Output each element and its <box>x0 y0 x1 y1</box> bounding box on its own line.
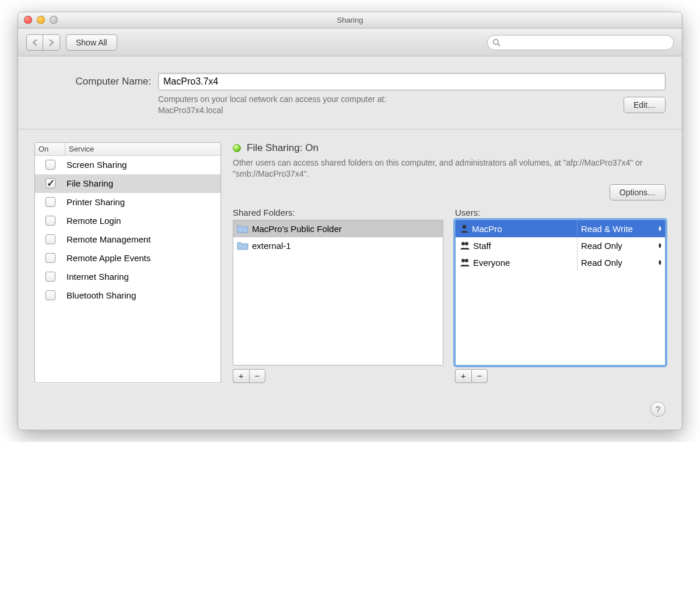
user-row[interactable]: StaffRead Only▴▾ <box>456 237 665 254</box>
options-button[interactable]: Options… <box>610 184 666 201</box>
service-checkbox[interactable] <box>46 272 55 282</box>
folder-icon <box>237 224 249 233</box>
user-row[interactable]: EveryoneRead Only▴▾ <box>456 254 665 271</box>
status-indicator-icon <box>233 144 241 152</box>
permission-value: Read & Write <box>581 224 633 234</box>
back-button[interactable] <box>27 35 43 50</box>
folder-icon <box>237 241 249 250</box>
search-input[interactable] <box>503 38 668 47</box>
service-name: Bluetooth Sharing <box>65 290 220 300</box>
stepper-icon: ▴▾ <box>659 243 662 248</box>
svg-point-3 <box>461 242 465 245</box>
users-label: Users: <box>455 208 666 217</box>
permission-value: Read Only <box>581 241 622 251</box>
toolbar: Show All <box>18 29 682 57</box>
sharing-window: Sharing Show All Computer Name: Computer… <box>18 12 682 430</box>
services-header: On Service <box>35 143 220 156</box>
service-checkbox[interactable] <box>46 197 55 207</box>
user-name: MacPro <box>472 224 502 234</box>
service-checkbox[interactable] <box>46 160 55 170</box>
permission-stepper[interactable]: Read & Write▴▾ <box>578 220 665 237</box>
service-row[interactable]: Remote Login <box>35 212 220 230</box>
status-description: Other users can access shared folders on… <box>233 157 666 180</box>
service-checkbox[interactable] <box>46 290 55 300</box>
show-all-button[interactable]: Show All <box>66 34 117 51</box>
service-row[interactable]: Internet Sharing <box>35 268 220 286</box>
service-row[interactable]: Remote Apple Events <box>35 249 220 268</box>
service-checkbox[interactable] <box>46 178 55 188</box>
folder-name: external-1 <box>252 241 291 251</box>
user-icon <box>459 223 470 234</box>
add-user-button[interactable]: + <box>455 369 471 383</box>
zoom-button[interactable] <box>50 16 58 24</box>
detail-pane: File Sharing: On Other users can access … <box>233 142 666 383</box>
help-button[interactable]: ? <box>650 402 666 417</box>
service-name: Printer Sharing <box>65 197 220 207</box>
permission-stepper[interactable]: Read Only▴▾ <box>578 254 665 271</box>
computer-name-label: Computer Name: <box>34 76 151 87</box>
computer-name-section: Computer Name: Computers on your local n… <box>18 57 682 129</box>
user-row[interactable]: MacProRead & Write▴▾ <box>456 220 665 237</box>
forward-button[interactable] <box>43 35 60 50</box>
stepper-icon: ▴▾ <box>659 259 662 265</box>
remove-user-button[interactable]: − <box>471 369 488 383</box>
window-title: Sharing <box>337 16 363 24</box>
service-checkbox[interactable] <box>46 234 55 244</box>
service-row[interactable]: Printer Sharing <box>35 193 220 212</box>
stepper-icon: ▴▾ <box>659 226 662 231</box>
search-field[interactable] <box>487 35 674 50</box>
close-button[interactable] <box>24 16 32 24</box>
minimize-button[interactable] <box>37 16 45 24</box>
svg-line-1 <box>498 44 500 46</box>
service-checkbox[interactable] <box>46 216 55 226</box>
user-name: Everyone <box>473 258 510 268</box>
search-icon <box>492 38 501 47</box>
permission-stepper[interactable]: Read Only▴▾ <box>578 237 665 254</box>
service-name: Remote Login <box>65 216 220 226</box>
svg-point-6 <box>465 259 468 262</box>
service-name: Remote Management <box>65 234 220 244</box>
folder-item[interactable]: MacPro's Public Folder <box>233 220 443 237</box>
shared-folders-column: Shared Folders: MacPro's Public Folderex… <box>233 208 443 383</box>
service-checkbox[interactable] <box>46 253 55 263</box>
service-name: Remote Apple Events <box>65 253 220 263</box>
titlebar: Sharing <box>18 12 682 29</box>
service-name: Screen Sharing <box>65 160 220 170</box>
permission-value: Read Only <box>581 258 622 268</box>
network-access-description: Computers on your local network can acce… <box>158 94 617 116</box>
shared-folders-list[interactable]: MacPro's Public Folderexternal-1 <box>233 220 443 366</box>
back-forward-group <box>26 34 60 51</box>
service-name: File Sharing <box>65 178 220 188</box>
main-pane: On Service Screen SharingFile SharingPri… <box>18 129 682 402</box>
group-icon <box>459 257 471 268</box>
computer-name-field[interactable] <box>158 73 666 90</box>
edit-button[interactable]: Edit… <box>624 97 666 113</box>
service-row[interactable]: Screen Sharing <box>35 156 220 174</box>
shared-folders-label: Shared Folders: <box>233 208 443 217</box>
svg-point-4 <box>465 242 468 245</box>
users-column: Users: MacProRead & Write▴▾StaffRead Onl… <box>455 208 666 383</box>
col-header-on: On <box>35 143 65 155</box>
users-list[interactable]: MacProRead & Write▴▾StaffRead Only▴▾Ever… <box>455 220 666 366</box>
svg-point-0 <box>494 39 498 44</box>
service-name: Internet Sharing <box>65 272 220 282</box>
service-row[interactable]: Remote Management <box>35 230 220 249</box>
remove-folder-button[interactable]: − <box>249 369 265 383</box>
service-row[interactable]: File Sharing <box>35 174 220 193</box>
user-name: Staff <box>473 241 491 251</box>
window-controls <box>24 16 58 24</box>
status-title: File Sharing: On <box>247 142 318 154</box>
col-header-service: Service <box>65 143 220 155</box>
add-folder-button[interactable]: + <box>233 369 249 383</box>
group-icon <box>459 240 471 251</box>
folder-item[interactable]: external-1 <box>233 237 443 254</box>
services-list: On Service Screen SharingFile SharingPri… <box>34 142 221 383</box>
svg-point-2 <box>463 225 466 229</box>
folder-name: MacPro's Public Folder <box>252 224 342 234</box>
svg-point-5 <box>461 259 465 262</box>
service-row[interactable]: Bluetooth Sharing <box>35 286 220 305</box>
